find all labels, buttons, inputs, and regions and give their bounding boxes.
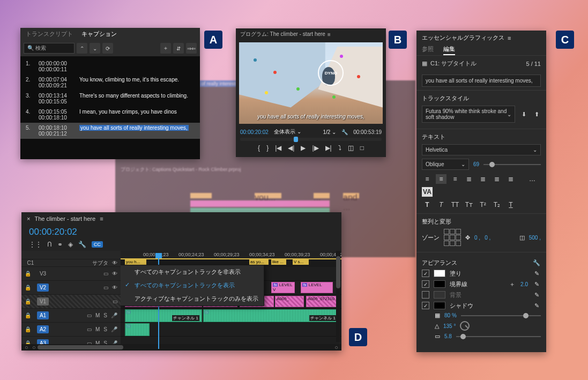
font-size-slider[interactable]: [483, 164, 541, 165]
font-family-dropdown[interactable]: Helvetica⌄: [422, 144, 541, 155]
lock-icon[interactable]: 🔒: [25, 271, 33, 277]
caption-row[interactable]: 4. 00:00:15:0500:00:18:10 I mean, you ha…: [20, 107, 200, 123]
track-a1-header[interactable]: 🔒 A1 ▭MS🎤: [21, 309, 121, 323]
menu-hide-all-captions[interactable]: すべてのキャプショントラックを非表示: [121, 265, 264, 279]
stroke-checkbox[interactable]: ✓: [422, 280, 429, 288]
eyedropper-icon[interactable]: ✎: [532, 301, 541, 310]
menu-show-active-caption[interactable]: アクティブなキャプショントラックのみを表示: [121, 292, 264, 306]
download-style-icon[interactable]: ⬇: [519, 110, 528, 118]
font-size-value[interactable]: 69: [473, 161, 479, 167]
audio-track-a1[interactable]: fxチャンネル 1 fxチャンネル 1: [121, 309, 341, 323]
play-icon[interactable]: ▶: [301, 144, 306, 152]
align-justify-last-center-icon[interactable]: ≣: [492, 174, 502, 184]
snap-icon[interactable]: ᑎ: [47, 241, 52, 248]
lock-icon[interactable]: 🔒: [25, 285, 33, 290]
step-back-icon[interactable]: |◀: [275, 144, 281, 152]
next-button[interactable]: ⌄: [90, 43, 100, 54]
subscript-icon[interactable]: T₂: [492, 200, 502, 210]
video-clip[interactable]: fx LEVEL: [301, 282, 333, 293]
program-monitor[interactable]: DYNO you have all sorts of really intere…: [239, 42, 383, 124]
overwrite-icon[interactable]: ◫: [348, 144, 354, 152]
align-justify-last-right-icon[interactable]: ≣: [505, 174, 516, 184]
insert-mode-icon[interactable]: ⋮⋮: [29, 241, 42, 248]
align-justify-last-left-icon[interactable]: ≣: [478, 174, 488, 184]
video-clip[interactable]: A005_072310: [306, 296, 338, 307]
panel-menu-icon[interactable]: ≡: [100, 215, 103, 222]
align-right-icon[interactable]: ≡: [450, 174, 460, 184]
eyedropper-icon[interactable]: ✎: [532, 290, 541, 299]
eyedropper-icon[interactable]: ✎: [532, 269, 541, 278]
add-caption-button[interactable]: ＋: [160, 43, 171, 54]
shadow-swatch[interactable]: [434, 302, 445, 309]
audio-track-a2[interactable]: fx: [121, 323, 341, 337]
lock-icon[interactable]: 🔒: [25, 312, 33, 318]
fill-swatch[interactable]: [434, 270, 445, 277]
track-a2-header[interactable]: 🔒 A2 ▭MS🎤: [21, 323, 121, 337]
caption-clip[interactable]: V s...: [293, 259, 309, 265]
track-v3-header[interactable]: 🔒 V3 ▭ 👁: [21, 267, 121, 281]
mark-out-icon[interactable]: }: [266, 144, 269, 152]
tate-chu-yoko-icon[interactable]: …: [527, 174, 538, 184]
zoom-dropdown[interactable]: 1/2 ⌄: [323, 129, 336, 135]
tab-edit[interactable]: 編集: [443, 45, 455, 55]
fill-checkbox[interactable]: ✓: [422, 270, 429, 277]
tab-transcript[interactable]: トランスクリプト: [26, 30, 73, 38]
panel-menu-icon[interactable]: ≡: [328, 32, 331, 38]
merge-caption-button[interactable]: ⇒⇐: [186, 43, 197, 54]
target-icon[interactable]: ▭: [103, 271, 108, 277]
small-caps-icon[interactable]: Tᴛ: [464, 200, 474, 210]
settings-icon[interactable]: 🔧: [78, 241, 86, 248]
wrench-icon[interactable]: 🔧: [532, 258, 541, 267]
stroke-swatch[interactable]: [434, 280, 445, 288]
lock-icon[interactable]: 🔒: [25, 299, 33, 304]
wrench-icon[interactable]: 🔧: [341, 129, 348, 135]
eye-icon[interactable]: 👁: [112, 271, 117, 277]
program-scrubber[interactable]: [240, 138, 382, 141]
caption-row[interactable]: 1. 00:00:00:0000:00:00:11: [20, 58, 200, 74]
audio-clip[interactable]: fxチャンネル 1: [203, 309, 339, 322]
prev-button[interactable]: ⌃: [77, 43, 87, 54]
font-style-dropdown[interactable]: Oblique⌄: [422, 159, 469, 170]
video-clip[interactable]: fx LEVEL V: [271, 282, 295, 293]
mic-icon[interactable]: 🎤: [111, 312, 117, 318]
insert-icon[interactable]: ⤵: [338, 144, 341, 152]
audio-clip[interactable]: fxチャンネル 1: [125, 309, 202, 322]
superscript-icon[interactable]: T²: [478, 200, 488, 210]
next-frame-icon[interactable]: |▶: [312, 144, 318, 152]
align-justify-icon[interactable]: ≣: [464, 174, 474, 184]
faux-italic-icon[interactable]: T: [436, 200, 446, 210]
caption-clip[interactable]: you h...: [125, 259, 146, 265]
timeline-timecode[interactable]: 00:00:20:02: [21, 225, 341, 239]
program-timecode[interactable]: 00:00:20:02: [240, 129, 269, 135]
caption-row[interactable]: 3. 00:00:13:1400:00:15:05 There's so man…: [20, 91, 200, 107]
shadow-checkbox[interactable]: ✓: [422, 302, 429, 309]
caption-clip[interactable]: like ...: [271, 259, 286, 265]
shadow-offset[interactable]: 5.8: [444, 333, 452, 339]
tab-caption[interactable]: キャプション: [81, 30, 117, 38]
split-caption-button[interactable]: ⇵: [173, 43, 184, 54]
eye-icon[interactable]: 👁: [112, 260, 117, 266]
timeline-tracks[interactable]: 00;00;19;23 00;00;24;23 00;00;29;23 00;0…: [121, 251, 341, 349]
step-fwd-icon[interactable]: ▶|: [325, 144, 332, 152]
stroke-width[interactable]: 2.0: [520, 281, 528, 287]
mark-in-icon[interactable]: {: [258, 144, 260, 152]
playhead-icon[interactable]: [155, 253, 162, 258]
add-stroke-icon[interactable]: ＋: [508, 280, 516, 288]
video-clip[interactable]: A005_: [275, 296, 304, 307]
shadow-opacity[interactable]: 80 %: [444, 312, 457, 318]
search-input[interactable]: 🔍 検索: [24, 43, 75, 54]
shadow-opacity-slider[interactable]: [461, 315, 541, 316]
fit-dropdown[interactable]: 全体表示 ⌄: [274, 128, 301, 136]
background-checkbox[interactable]: [422, 291, 429, 299]
background-swatch[interactable]: [434, 291, 445, 299]
all-caps-icon[interactable]: TT: [450, 200, 460, 210]
tab-browse[interactable]: 参照: [422, 45, 434, 55]
align-center-icon[interactable]: ≡: [436, 174, 446, 184]
refresh-button[interactable]: ⟳: [102, 43, 113, 54]
audio-clip[interactable]: fx: [125, 323, 150, 336]
kerning-icon[interactable]: VA: [422, 187, 433, 197]
upload-style-icon[interactable]: ⬆: [532, 110, 541, 118]
cc-badge-icon[interactable]: CC: [92, 241, 103, 248]
linked-selection-icon[interactable]: ⚭: [57, 241, 63, 248]
target-icon[interactable]: ▭: [103, 285, 108, 290]
